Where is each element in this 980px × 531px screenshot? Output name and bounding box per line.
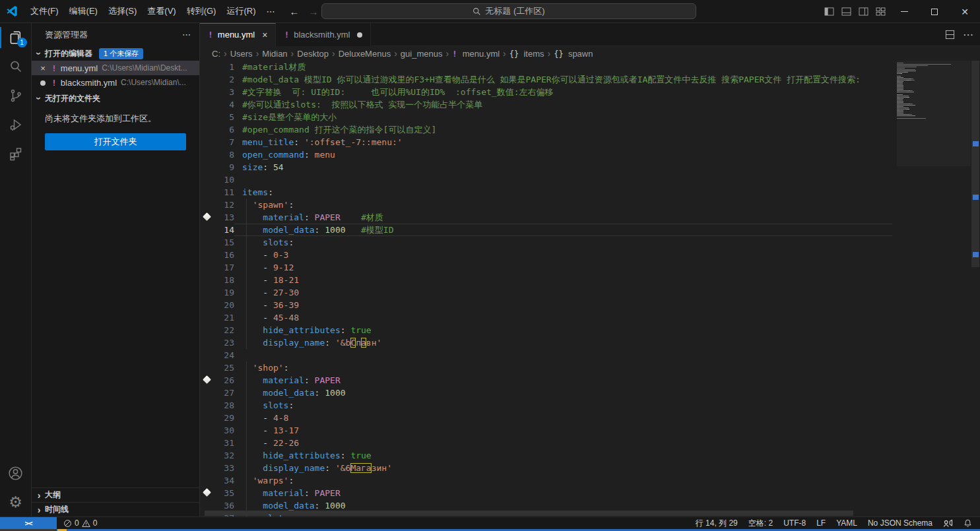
- code-line[interactable]: 17 - 9-12: [200, 261, 980, 274]
- menu-item-4[interactable]: 转到(G): [181, 3, 222, 19]
- code-line[interactable]: 24: [200, 349, 980, 361]
- breadcrumb-item[interactable]: gui_menus: [401, 49, 443, 59]
- breadcrumb-item[interactable]: DeluxeMenus: [339, 49, 391, 59]
- code-line[interactable]: 12 'spawn':: [200, 199, 980, 211]
- menu-item-5[interactable]: 运行(R): [221, 3, 261, 19]
- remote-indicator[interactable]: ><: [0, 517, 57, 529]
- code-line[interactable]: 33 display_name: '&6Магазин': [200, 462, 980, 474]
- code-line[interactable]: 16 - 0-3: [200, 249, 980, 261]
- command-center-search[interactable]: 无标题 (工作区): [321, 3, 696, 19]
- no-folder-header[interactable]: › 无打开的文件夹: [32, 91, 199, 106]
- extensions-icon[interactable]: [0, 139, 32, 168]
- close-icon[interactable]: ×: [38, 63, 48, 73]
- bell-icon[interactable]: [964, 518, 972, 528]
- code-line[interactable]: 5#size是整个菜单的大小: [200, 111, 980, 123]
- code-line[interactable]: 3#文字替换 可: UI的ID: 也可以用%UI的ID% :offset_数值:…: [200, 86, 980, 98]
- code-line[interactable]: 14 model_data: 1000 #模型ID: [200, 224, 980, 236]
- line-text: - 13-17: [242, 424, 299, 437]
- toggle-secondary-sidebar-icon[interactable]: [855, 0, 872, 23]
- explorer-icon[interactable]: 1: [0, 23, 32, 52]
- status-item-5[interactable]: No JSON Schema: [868, 518, 932, 528]
- code-line[interactable]: 30 - 13-17: [200, 424, 980, 437]
- editor-more-actions[interactable]: ⋯: [963, 28, 973, 41]
- nav-back-icon[interactable]: ←: [289, 6, 299, 17]
- search-view-icon[interactable]: [0, 52, 32, 81]
- code-line[interactable]: 8open_command: menu: [200, 148, 980, 161]
- minimize-button[interactable]: [889, 0, 919, 23]
- split-editor-icon[interactable]: [945, 30, 955, 40]
- nav-forward-icon[interactable]: →: [308, 6, 318, 17]
- code-line[interactable]: 28 slots:: [200, 399, 980, 412]
- dirty-indicator[interactable]: [38, 78, 48, 88]
- code-line[interactable]: 21 - 45-48: [200, 311, 980, 324]
- accounts-icon[interactable]: [0, 458, 32, 487]
- open-editors-header[interactable]: › 打开的编辑器 1 个未保存: [32, 46, 199, 61]
- status-item-3[interactable]: LF: [816, 518, 826, 528]
- breadcrumb-item[interactable]: ! menu.yml: [452, 49, 500, 59]
- open-editor-row[interactable]: !blacksmith.ymlC:\Users\Midian\...: [32, 75, 199, 90]
- code-line[interactable]: 19 - 27-30: [200, 286, 980, 299]
- code-line[interactable]: 29 - 4-8: [200, 412, 980, 424]
- code-line[interactable]: 34 'warps':: [200, 474, 980, 487]
- status-item-0[interactable]: 行 14, 列 29: [696, 518, 738, 529]
- code-line[interactable]: 31 - 22-26: [200, 437, 980, 449]
- open-folder-button[interactable]: 打开文件夹: [45, 133, 186, 150]
- close-icon[interactable]: ×: [262, 30, 267, 40]
- feedback-icon[interactable]: [943, 519, 953, 528]
- breadcrumb-item[interactable]: Midian: [262, 49, 287, 59]
- menu-item-3[interactable]: 查看(V): [142, 3, 181, 19]
- breadcrumb-item[interactable]: {} spawn: [554, 49, 593, 59]
- settings-gear-icon[interactable]: ⚙: [0, 487, 32, 516]
- status-item-2[interactable]: UTF-8: [783, 518, 806, 528]
- code-editor[interactable]: 1#material材质2#model_data 模型ID 你可以通过游戏里的F…: [200, 61, 980, 516]
- breadcrumb[interactable]: C:›Users›Midian›Desktop›DeluxeMenus›gui_…: [200, 46, 980, 61]
- line-number: 15: [216, 236, 234, 249]
- vertical-scrollbar[interactable]: [971, 61, 980, 516]
- code-line[interactable]: 13 material: PAPER #材质: [200, 211, 980, 224]
- sidebar-more-actions[interactable]: ⋯: [182, 30, 191, 40]
- status-item-1[interactable]: 空格: 2: [748, 518, 773, 529]
- code-line[interactable]: 9size: 54: [200, 161, 980, 173]
- code-line[interactable]: 26 material: PAPER: [200, 374, 980, 387]
- unsaved-dot-icon[interactable]: [357, 32, 362, 38]
- breadcrumb-item[interactable]: C:: [212, 49, 220, 59]
- code-line[interactable]: 2#model_data 模型ID 你可以通过游戏里的F3+H查看物品是什么 如…: [200, 73, 980, 86]
- code-line[interactable]: 6#open_command 打开这个菜的指令[可以自定义]: [200, 123, 980, 136]
- open-editor-row[interactable]: ×!menu.ymlC:\Users\Midian\Deskt...: [32, 61, 199, 75]
- menu-item-1[interactable]: 编辑(E): [64, 3, 103, 19]
- maximize-button[interactable]: [919, 0, 950, 23]
- customize-layout-icon[interactable]: [872, 0, 889, 23]
- menu-item-2[interactable]: 选择(S): [103, 3, 142, 19]
- menu-item-6[interactable]: ⋯: [261, 5, 280, 18]
- problems-status[interactable]: 0 0: [63, 518, 97, 528]
- tab-menu.yml[interactable]: !menu.yml×: [200, 23, 276, 46]
- code-line[interactable]: 1#material材质: [200, 61, 980, 73]
- toggle-panel-icon[interactable]: [837, 0, 855, 23]
- code-line[interactable]: 18 - 18-21: [200, 274, 980, 286]
- code-line[interactable]: 11items:: [200, 186, 980, 199]
- code-line[interactable]: 15 slots:: [200, 236, 980, 249]
- toggle-sidebar-icon[interactable]: [820, 0, 837, 23]
- tab-blacksmith.yml[interactable]: !blacksmith.yml: [276, 23, 371, 46]
- close-button[interactable]: ✕: [950, 0, 980, 23]
- code-line[interactable]: 22 hide_attributes: true: [200, 324, 980, 336]
- code-line[interactable]: 23 display_name: '&bСпавн': [200, 336, 980, 349]
- code-line[interactable]: 32 hide_attributes: true: [200, 449, 980, 462]
- code-line[interactable]: 35 material: PAPER: [200, 487, 980, 499]
- run-debug-icon[interactable]: [0, 110, 32, 139]
- code-line[interactable]: 10: [200, 173, 980, 186]
- breadcrumb-item[interactable]: Desktop: [297, 49, 329, 59]
- breadcrumb-item[interactable]: Users: [230, 49, 253, 59]
- menu-item-0[interactable]: 文件(F): [25, 3, 64, 19]
- source-control-icon[interactable]: [0, 81, 32, 110]
- sidebar-section-0[interactable]: ›大纲: [32, 487, 199, 502]
- minimap[interactable]: [897, 63, 971, 119]
- code-line[interactable]: 25 'shop':: [200, 361, 980, 374]
- breadcrumb-item[interactable]: {} items: [509, 49, 544, 59]
- code-line[interactable]: 20 - 36-39: [200, 299, 980, 311]
- code-line[interactable]: 7menu_title: ':offset_-7::menu:': [200, 136, 980, 148]
- code-line[interactable]: 4#你可以通过slots: 按照以下格式 实现一个功能占半个菜单: [200, 98, 980, 111]
- sidebar-section-1[interactable]: ›时间线: [32, 502, 199, 516]
- status-item-4[interactable]: YAML: [836, 518, 857, 528]
- code-line[interactable]: 27 model_data: 1000: [200, 387, 980, 399]
